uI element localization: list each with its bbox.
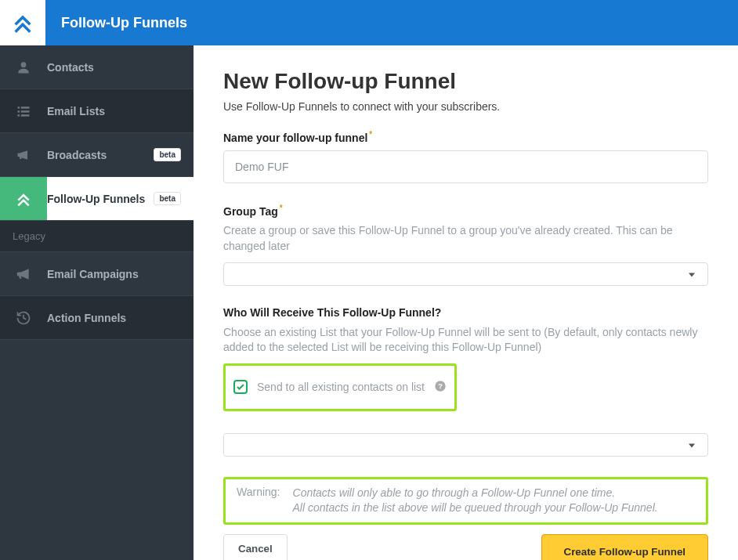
send-all-highlight: Send to all existing contacts on list ?: [223, 363, 457, 411]
history-icon: [0, 310, 47, 326]
sidebar-item-action-funnels[interactable]: Action Funnels: [0, 296, 194, 340]
svg-rect-1: [18, 107, 20, 109]
megaphone-icon: [0, 147, 47, 163]
sidebar-item-label: Follow-Up Funnels: [47, 193, 154, 205]
sidebar-item-broadcasts[interactable]: Broadcasts beta: [0, 133, 194, 177]
send-all-label: Send to all existing contacts on list: [257, 381, 425, 393]
warning-highlight: Warning: Contacts will only able to go t…: [223, 477, 708, 525]
main-content: New Follow-up Funnel Use Follow-Up Funne…: [194, 45, 738, 560]
sidebar-item-email-lists[interactable]: Email Lists: [0, 89, 194, 133]
funnel-name-input[interactable]: [223, 150, 708, 183]
page-subtitle: Use Follow-Up Funnels to connect with yo…: [223, 100, 708, 113]
list-icon: [0, 103, 47, 119]
receive-label: Who Will Receive This Follow-Up Funnel?: [223, 306, 708, 319]
group-tag-select[interactable]: [223, 262, 708, 286]
beta-badge: beta: [154, 148, 181, 161]
user-icon: [0, 60, 47, 75]
page-header-title: Follow-Up Funnels: [61, 15, 187, 31]
receive-help: Choose an existing List that your Follow…: [223, 325, 708, 356]
sidebar-item-label: Email Campaigns: [47, 268, 181, 280]
svg-point-0: [21, 62, 27, 67]
svg-rect-5: [18, 114, 20, 117]
top-header: Follow-Up Funnels: [0, 0, 738, 45]
svg-text:?: ?: [438, 382, 443, 390]
logo[interactable]: [0, 0, 45, 45]
group-tag-help: Create a group or save this Follow-Up Fu…: [223, 223, 708, 254]
create-funnel-button[interactable]: Create Follow-up Funnel: [541, 534, 709, 560]
actions-row: Cancel Create Follow-up Funnel: [223, 534, 708, 560]
svg-rect-3: [18, 110, 20, 113]
sidebar: Contacts Email Lists Broadcasts beta Fol…: [0, 45, 194, 560]
chevrons-up-icon: [12, 12, 34, 34]
page-title: New Follow-up Funnel: [223, 69, 708, 94]
check-icon: [236, 382, 245, 392]
svg-rect-4: [21, 110, 30, 113]
group-tag-label: Group Tag*: [223, 204, 708, 218]
chevrons-up-icon: [0, 177, 47, 220]
sidebar-item-label: Action Funnels: [47, 312, 181, 324]
warning-text: Contacts will only able to go through a …: [293, 486, 658, 516]
sidebar-item-followup-funnels[interactable]: Follow-Up Funnels beta: [0, 177, 194, 221]
svg-rect-2: [21, 107, 30, 109]
bullhorn-icon: [0, 266, 47, 282]
caret-down-icon: [689, 439, 695, 451]
svg-rect-6: [21, 114, 30, 117]
sidebar-item-email-campaigns[interactable]: Email Campaigns: [0, 252, 194, 296]
warning-label: Warning:: [237, 486, 280, 516]
sidebar-section-legacy: Legacy: [0, 221, 194, 252]
sidebar-item-label: Email Lists: [47, 105, 181, 117]
sidebar-item-label: Contacts: [47, 61, 181, 74]
list-select[interactable]: [223, 433, 708, 457]
beta-badge: beta: [154, 192, 181, 205]
caret-down-icon: [689, 268, 695, 280]
send-all-checkbox[interactable]: [233, 380, 248, 394]
cancel-button[interactable]: Cancel: [223, 534, 288, 560]
sidebar-item-contacts[interactable]: Contacts: [0, 45, 194, 89]
name-label: Name your follow-up funnel*: [223, 130, 708, 144]
sidebar-item-label: Broadcasts: [47, 149, 154, 161]
help-icon[interactable]: ?: [434, 380, 447, 395]
